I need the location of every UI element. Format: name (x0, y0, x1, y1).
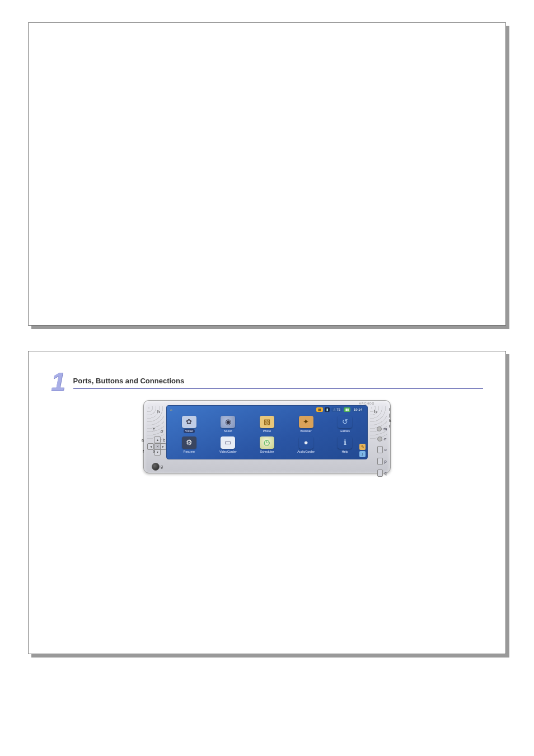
app-help[interactable]: ℹHelp (328, 436, 362, 454)
help-label: Help (342, 450, 348, 454)
manual-page-1 (28, 22, 506, 326)
status-bar: ⌂ ▦ ▮ ♫ 75 ▮▮ 19:14 (170, 407, 364, 412)
app-audiocorder[interactable]: ●AudioCorder (289, 436, 323, 454)
resume-label: Resume (184, 450, 195, 454)
chapter-title: Ports, Buttons and Connections (73, 376, 483, 389)
side-button-5[interactable] (377, 469, 383, 477)
manual-page-2: 1 Ports, Buttons and Connections ARCHOS … (28, 351, 506, 654)
clock-readout: 19:14 (352, 407, 364, 412)
context-icon-1[interactable]: ✎ (359, 444, 366, 450)
scheduler-label: Scheduler (260, 450, 274, 454)
side-buttons: m n o p q (377, 426, 387, 477)
home-icon: ⌂ (170, 407, 172, 412)
side-button-3[interactable] (377, 446, 383, 453)
status-pill-1: ▦ (316, 407, 323, 412)
games-label: Games (340, 429, 350, 434)
side-button-4[interactable] (377, 458, 383, 465)
device-screen: ⌂ ▦ ▮ ♫ 75 ▮▮ 19:14 ✿Video◉Music▧Photo✦B… (166, 405, 368, 459)
browser-icon: ✦ (299, 416, 313, 428)
photo-icon: ▧ (260, 416, 274, 428)
videocorder-label: VideoCorder (219, 450, 237, 454)
battery-icon: ▮▮ (344, 407, 350, 412)
help-icon: ℹ (338, 436, 352, 449)
callout-h-right: h (374, 408, 377, 415)
callout-i: i (389, 407, 391, 412)
app-videocorder[interactable]: ▭VideoCorder (212, 436, 245, 454)
headphone-icon: ♫ 75 (331, 407, 342, 412)
device-illustration: ARCHOS h h i j k l ▴ ▾ ◂ ▸ ✕ e d a c b f (143, 400, 391, 473)
scheduler-icon: ◷ (260, 436, 274, 449)
callout-h-left: h (157, 408, 160, 415)
dpad-up[interactable]: ▴ (154, 436, 161, 443)
photo-label: Photo (263, 429, 271, 434)
side-button-1[interactable] (377, 426, 382, 431)
music-icon: ◉ (221, 416, 235, 428)
games-icon: ↺ (338, 416, 352, 428)
dpad-center[interactable]: ✕ (154, 443, 161, 450)
callout-k: k (389, 419, 391, 423)
audiocorder-icon: ● (299, 436, 313, 449)
callout-g: g (161, 464, 163, 469)
app-resume[interactable]: ⚙Resume (172, 436, 206, 454)
context-icon-2[interactable]: ♪ (359, 451, 366, 457)
callout-j: j (389, 413, 391, 417)
videocorder-icon: ▭ (221, 436, 235, 449)
resume-icon: ⚙ (182, 436, 196, 449)
dpad-left[interactable]: ◂ (147, 443, 154, 450)
side-button-2[interactable] (377, 436, 382, 442)
app-video[interactable]: ✿Video (172, 416, 206, 434)
app-photo[interactable]: ▧Photo (250, 416, 284, 434)
callout-l: l (389, 424, 391, 429)
app-grid: ✿Video◉Music▧Photo✦Browser↺Games⚙Resume▭… (172, 416, 362, 454)
status-pill-2: ▮ (325, 407, 330, 412)
speaker-grille-left (147, 406, 164, 441)
context-icons: ✎ ♪ (359, 444, 366, 457)
video-label: Video (184, 429, 195, 434)
audiocorder-label: AudioCorder (297, 450, 315, 454)
app-music[interactable]: ◉Music (212, 416, 245, 434)
app-browser[interactable]: ✦Browser (289, 416, 323, 434)
chapter-number: 1 (51, 372, 68, 392)
dpad: ▴ ▾ ◂ ▸ ✕ (147, 436, 166, 456)
app-games[interactable]: ↺Games (328, 416, 362, 434)
chapter-heading: 1 Ports, Buttons and Connections (51, 372, 483, 392)
ir-sensor (152, 463, 160, 471)
browser-label: Browser (301, 429, 312, 434)
right-callout-stack: i j k l (389, 407, 391, 429)
music-label: Music (224, 429, 232, 434)
app-scheduler[interactable]: ◷Scheduler (250, 436, 284, 454)
video-icon: ✿ (182, 416, 196, 428)
